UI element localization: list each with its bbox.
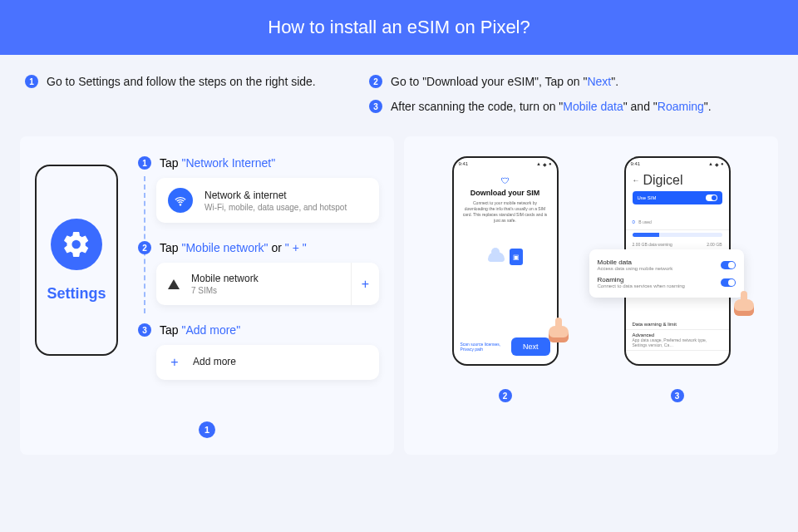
instructions-row: 1 Go to Settings and follow the steps on… (0, 55, 798, 136)
instruction-3-text: After scanning the code, turn on "Mobile… (391, 100, 712, 113)
step-badge-3: 3 (138, 323, 151, 337)
cards-row: Settings 1 Tap "Network Internet" Networ… (0, 136, 798, 455)
status-time: 9:41 (459, 161, 469, 166)
back-icon[interactable]: ← (633, 176, 640, 185)
badge-2: 2 (369, 75, 382, 88)
hand-pointer-icon (547, 318, 570, 346)
step-badge-1: 1 (138, 156, 151, 170)
toggles-popup: Mobile data Access data using mobile net… (589, 249, 744, 298)
page-title: How to install an eSIM on Pixel? (0, 0, 798, 55)
instruction-2-text: Go to "Download your eSIM", Tap on "Next… (391, 75, 618, 88)
advanced-row[interactable]: Advanced App data usage, Preferred netwo… (626, 330, 729, 351)
dl-desc: Connect to your mobile network by downlo… (462, 200, 549, 224)
roaming-row[interactable]: Roaming Connect to data services when ro… (598, 273, 736, 291)
status-icons: ▲◆● (536, 161, 552, 167)
instruction-2: 2 Go to "Download your eSIM", Tap on "Ne… (369, 75, 773, 88)
phone-download-sim: 9:41 ▲◆● 🛡 Download your SIM Connect to … (452, 156, 559, 366)
wifi-icon (168, 188, 193, 213)
next-button[interactable]: Next (511, 337, 550, 356)
shield-icon: 🛡 (462, 176, 549, 185)
step-badge-2: 2 (138, 241, 151, 254)
data-warning-row[interactable]: Data warning & limit (626, 319, 729, 330)
card-footer-badge-2: 2 (499, 389, 512, 402)
hand-pointer-icon-2 (732, 291, 756, 319)
gear-icon (51, 219, 102, 270)
roaming-toggle[interactable] (721, 278, 736, 287)
instruction-1-text: Go to Settings and follow the steps on t… (47, 75, 316, 88)
badge-1: 1 (25, 75, 38, 88)
signal-icon (168, 279, 180, 289)
network-internet-tile[interactable]: Network & internet Wi-Fi, mobile, data u… (156, 178, 379, 223)
plus-button[interactable]: + (351, 263, 379, 305)
instruction-3: 3 After scanning the code, turn on "Mobi… (369, 100, 773, 113)
card-left: Settings 1 Tap "Network Internet" Networ… (20, 136, 394, 455)
step-add-more: 3 Tap "Add more" + Add more (138, 323, 379, 380)
card-right: 9:41 ▲◆● 🛡 Download your SIM Connect to … (404, 136, 778, 455)
use-sim-toggle-row[interactable]: Use SIM (633, 191, 722, 204)
toggle-icon[interactable] (706, 195, 717, 201)
settings-label: Settings (47, 285, 106, 303)
mobile-network-tile[interactable]: Mobile network 7 SIMs + (156, 263, 379, 305)
badge-3: 3 (369, 100, 382, 113)
status-time-2: 9:41 (631, 161, 641, 166)
card-footer-badge-1: 1 (199, 421, 215, 438)
instruction-1: 1 Go to Settings and follow the steps on… (25, 75, 369, 88)
mobile-data-row[interactable]: Mobile data Access data using mobile net… (598, 256, 736, 273)
step-mobile-network: 2 Tap "Mobile network" or " + " Mobile n… (138, 241, 379, 305)
cloud-sim-graphic: ▣ (462, 249, 549, 265)
card-footer-badge-3: 3 (671, 389, 684, 402)
plus-icon: + (168, 355, 181, 370)
dl-title: Download your SIM (462, 189, 549, 197)
phone-settings: Settings (35, 165, 118, 356)
carrier-label: Digicel (643, 173, 683, 188)
privacy-link[interactable]: Scan source licenses, Privacy path (461, 342, 511, 352)
status-icons-2: ▲◆● (708, 161, 724, 167)
add-more-tile[interactable]: + Add more (156, 345, 379, 380)
mobile-data-toggle[interactable] (721, 261, 736, 269)
step-network-internet: 1 Tap "Network Internet" Network & inter… (138, 156, 379, 223)
